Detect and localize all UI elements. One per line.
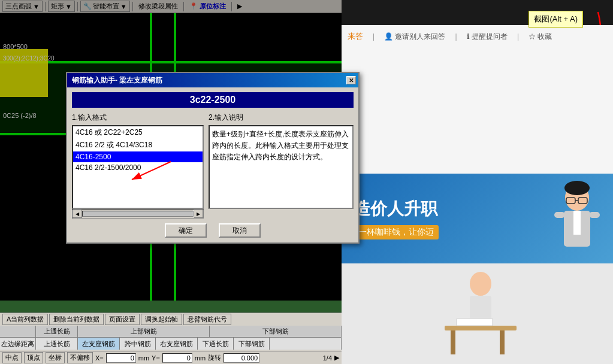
dialog-buttons: 确定 取消 bbox=[72, 223, 354, 238]
th-mid-steel: 跨中钢筋 bbox=[120, 338, 156, 350]
qa-collect-link[interactable]: ☆ 收藏 bbox=[529, 32, 552, 42]
list-item-0[interactable]: 4C16 或 2C22+2C25 bbox=[73, 126, 203, 139]
svg-rect-11 bbox=[445, 326, 517, 330]
steel-table-area: 上通长筋 上部钢筋 下部钢筋 左边缘距离 上通长筋 左支座钢筋 跨中钢筋 右支座… bbox=[0, 326, 342, 351]
scroll-track[interactable] bbox=[82, 211, 194, 217]
qa-content-area: 来答 | 👤 邀请别人来回答 | ℹ 提醒提问者 | ☆ 收藏 bbox=[342, 25, 613, 174]
th-bottom-steel2: 下部钢筋 bbox=[234, 338, 270, 350]
bottom-illustration bbox=[433, 266, 523, 362]
section1-title: 1.输入格式 bbox=[72, 113, 204, 123]
th-right-seat: 右支座钢筋 bbox=[156, 338, 198, 350]
th-bottom-steel: 下部钢筋 bbox=[210, 326, 342, 337]
th-edge: 左边缘距离 bbox=[0, 338, 36, 350]
list-item-1[interactable]: 4C16 2/2 或 4C14/3C18 bbox=[73, 139, 203, 151]
dialog-value-display: 3c22-2500 bbox=[77, 95, 349, 105]
svg-point-1 bbox=[564, 181, 590, 195]
th-top-long: 上通长筋 bbox=[36, 326, 78, 337]
bottom-toolbar-buttons: A当前列数据 删除当前列数据 页面设置 调换起始帧 悬臂钢筋代号 bbox=[0, 313, 342, 326]
list-scrollbar[interactable]: ◀ ▶ bbox=[72, 209, 204, 219]
th-top-steel: 上部钢筋 bbox=[78, 326, 210, 337]
banner-subtitle: 一杯咖啡钱，让你迈 bbox=[354, 225, 439, 239]
qa-banner: 造价人升职 一杯咖啡钱，让你迈 bbox=[342, 174, 613, 263]
dialog-close-button[interactable]: ✕ bbox=[346, 76, 356, 84]
list-item-2[interactable]: 4C16-2500 bbox=[73, 151, 203, 162]
description-text: 数量+级别+直径+长度,长度表示支座筋伸入跨内的长度。此种输入格式主要用于处理支… bbox=[212, 130, 349, 161]
btn-delete-col[interactable]: 删除当前列数据 bbox=[49, 314, 104, 325]
th-extra bbox=[270, 338, 342, 350]
screenshot-tooltip: 截图(Alt + A) bbox=[529, 11, 583, 28]
scroll-right-arrow[interactable]: ▶ bbox=[194, 210, 203, 218]
status-no-offset[interactable]: 不偏移 bbox=[67, 352, 93, 363]
steel-input-dialog: 钢筋输入助手- 梁左支座钢筋 ✕ 3c22-2500 1.输入格式 4C16 或… bbox=[66, 72, 360, 244]
status-snap-midpoint[interactable]: 中点 bbox=[2, 352, 22, 363]
banner-text: 造价人升职 一杯咖啡钱，让你迈 bbox=[342, 186, 541, 251]
dialog-value-area: 3c22-2500 bbox=[72, 92, 354, 108]
dialog-titlebar: 钢筋输入助手- 梁左支座钢筋 ✕ bbox=[67, 73, 358, 87]
rotate-input[interactable] bbox=[224, 353, 259, 363]
description-box: 数量+级别+直径+长度,长度表示支座筋伸入跨内的长度。此种输入格式主要用于处理支… bbox=[209, 125, 354, 209]
qa-remind-link[interactable]: ℹ 提醒提问者 bbox=[467, 32, 508, 42]
svg-rect-6 bbox=[573, 211, 581, 235]
btn-current-col[interactable]: A当前列数据 bbox=[2, 314, 48, 325]
btn-swap-start[interactable]: 调换起始帧 bbox=[141, 314, 182, 325]
dialog-right-column: 2.输入说明 数量+级别+直径+长度,长度表示支座筋伸入跨内的长度。此种输入格式… bbox=[209, 113, 354, 219]
y-label: Y= bbox=[152, 354, 160, 362]
svg-rect-12 bbox=[451, 330, 455, 354]
th-left-seat: 左支座钢筋 bbox=[78, 338, 120, 350]
qa-invite-link[interactable]: 👤 邀请别人来回答 bbox=[384, 32, 445, 42]
status-bar: 中点 顶点 坐标 不偏移 X= mm Y= mm 旋转 1/4 ▶ bbox=[0, 351, 342, 364]
qa-action-bar: 来答 | 👤 邀请别人来回答 | ℹ 提醒提问者 | ☆ 收藏 bbox=[348, 31, 607, 42]
svg-rect-13 bbox=[500, 330, 505, 354]
rotate-label: 旋转 bbox=[208, 353, 221, 362]
x-mm-label: mm bbox=[138, 354, 149, 362]
cancel-button[interactable]: 取消 bbox=[219, 223, 261, 238]
x-input[interactable] bbox=[106, 353, 136, 363]
banner-avatar-area bbox=[541, 174, 613, 263]
th-bottom-long: 下通长筋 bbox=[198, 338, 234, 350]
table-group-header-row: 上通长筋 上部钢筋 下部钢筋 bbox=[0, 326, 342, 338]
status-coord[interactable]: 坐标 bbox=[46, 352, 65, 363]
svg-rect-14 bbox=[457, 318, 493, 326]
section2-title: 2.输入说明 bbox=[209, 113, 354, 123]
dialog-columns: 1.输入格式 4C16 或 2C22+2C25 4C16 2/2 或 4C14/… bbox=[72, 113, 354, 219]
scroll-left-arrow[interactable]: ◀ bbox=[73, 210, 82, 218]
person-avatar-svg bbox=[547, 180, 607, 263]
confirm-button[interactable]: 确定 bbox=[165, 223, 207, 238]
format-list-box[interactable]: 4C16 或 2C22+2C25 4C16 2/2 或 4C14/3C18 4C… bbox=[72, 125, 204, 209]
y-mm-label: mm bbox=[195, 354, 206, 362]
btn-page-setup[interactable]: 页面设置 bbox=[105, 314, 140, 325]
status-snap-top[interactable]: 顶点 bbox=[24, 352, 43, 363]
x-label: X= bbox=[95, 354, 104, 362]
scroll-right[interactable]: ▶ bbox=[334, 354, 339, 362]
th-edge-dist bbox=[0, 326, 36, 337]
banner-title: 造价人升职 bbox=[354, 198, 529, 220]
list-item-3[interactable]: 4C16 2/2-1500/2000 bbox=[73, 162, 203, 173]
page-indicator: 1/4 bbox=[323, 354, 332, 362]
svg-point-9 bbox=[470, 272, 491, 296]
btn-cantilever[interactable]: 悬臂钢筋代号 bbox=[183, 314, 231, 325]
dialog-left-column: 1.输入格式 4C16 或 2C22+2C25 4C16 2/2 或 4C14/… bbox=[72, 113, 204, 219]
table-header-row: 左边缘距离 上通长筋 左支座钢筋 跨中钢筋 右支座钢筋 下通长筋 下部钢筋 bbox=[0, 338, 342, 350]
th-top-long2: 上通长筋 bbox=[36, 338, 78, 350]
svg-rect-8 bbox=[589, 212, 600, 218]
qa-answer-link[interactable]: 来答 bbox=[348, 31, 363, 42]
illustration-area bbox=[342, 263, 613, 364]
dialog-content: 3c22-2500 1.输入格式 4C16 或 2C22+2C25 4C16 2… bbox=[67, 87, 358, 242]
svg-rect-7 bbox=[554, 212, 565, 218]
dialog-title: 钢筋输入助手- 梁左支座钢筋 bbox=[72, 75, 162, 86]
y-input[interactable] bbox=[162, 353, 192, 363]
